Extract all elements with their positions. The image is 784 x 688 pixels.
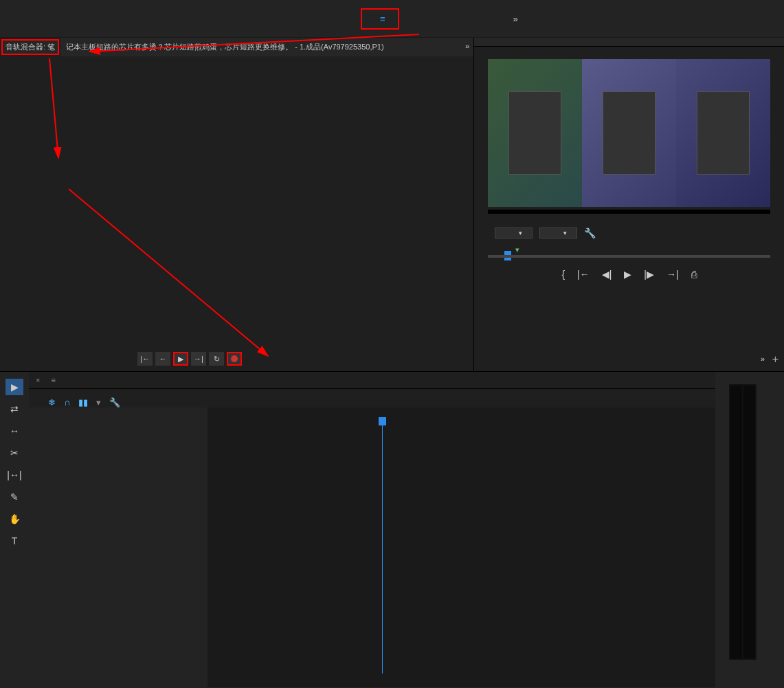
play-button[interactable]: ▶ [173, 352, 188, 366]
selection-tool[interactable]: ▶ [5, 379, 23, 395]
snap-icon[interactable]: ❄ [48, 397, 56, 408]
type-tool[interactable]: T [5, 533, 23, 549]
marker-icon[interactable]: ▾ [515, 245, 519, 254]
program-panel-title [474, 38, 784, 47]
timeline-playhead[interactable] [382, 421, 383, 674]
play-button[interactable]: ▶ [624, 269, 631, 280]
wrench-icon[interactable]: 🔧 [109, 397, 120, 408]
tab-learn[interactable] [161, 16, 172, 21]
tab-overflow-icon[interactable]: » [508, 11, 524, 27]
goto-in-button[interactable]: |← [577, 269, 590, 280]
tab-library[interactable] [468, 16, 479, 21]
step-fwd-button[interactable]: →| [191, 352, 206, 366]
program-scrubber[interactable]: ▾ [488, 245, 770, 259]
program-res-dropdown[interactable]: ▾ [539, 228, 577, 238]
wrench-icon[interactable]: 🔧 [584, 228, 596, 238]
program-video [488, 59, 770, 207]
goto-in-button[interactable]: |← [137, 352, 153, 366]
tab-audio[interactable]: ≡ [361, 8, 399, 30]
settings-icon[interactable]: ▾ [96, 397, 101, 408]
timeline-panel: × ≡ ❄ ∩ ▮▮ ▾ 🔧 [29, 372, 715, 687]
tab-effects[interactable] [321, 16, 332, 21]
goto-out-button[interactable]: →| [667, 269, 679, 280]
loop-button[interactable]: ↻ [209, 352, 224, 366]
slip-tool[interactable]: |↔| [5, 467, 23, 483]
track-content[interactable] [208, 408, 715, 687]
program-monitor-panel: ▾ ▾ 🔧 ▾ { |← ◀| ▶ |▶ →| ⎙ » + [474, 38, 784, 371]
mixer-transport: |← ← ▶ →| ↻ [0, 349, 473, 368]
program-fit-dropdown[interactable]: ▾ [495, 228, 533, 238]
program-caption [488, 210, 770, 214]
overflow-icon[interactable]: » [465, 42, 469, 50]
link-icon[interactable]: ∩ [64, 397, 70, 408]
hand-tool[interactable]: ✋ [5, 511, 23, 527]
close-tab-icon[interactable]: × [36, 376, 40, 384]
razor-tool[interactable]: ✂ [5, 445, 23, 461]
program-transport: { |← ◀| ▶ |▶ →| ⎙ [474, 269, 784, 280]
marker-icon[interactable]: ▮▮ [78, 397, 88, 408]
tab-graphics[interactable] [428, 16, 439, 21]
add-button-icon[interactable]: + [772, 353, 779, 366]
timeline-tools: ▶ ⇄ ↔ ✂ |↔| ✎ ✋ T [0, 372, 29, 687]
overflow-icon[interactable]: » [761, 355, 765, 363]
tab-color[interactable] [281, 16, 292, 21]
audio-track-mixer-panel: 音轨混合器: 笔 记本主板短路的芯片有多烫？芯片短路煎鸡蛋，芯片短路更换维修。 … [0, 38, 474, 371]
workspace-tabs: ≡ » [0, 0, 784, 38]
tab-edit[interactable] [241, 16, 252, 21]
step-fwd-button[interactable]: |▶ [644, 269, 654, 280]
track-select-tool[interactable]: ⇄ [5, 401, 23, 417]
step-back-button[interactable]: ◀| [602, 269, 612, 280]
tab-assembly[interactable] [201, 16, 212, 21]
mixer-panel-title-rest: 记本主板短路的芯片有多烫？芯片短路煎鸡蛋，芯片短路更换维修。 - 1.成品(Av… [60, 38, 473, 56]
ripple-tool[interactable]: ↔ [5, 423, 23, 439]
mixer-panel-title: 音轨混合器: 笔 [1, 39, 59, 55]
step-back-button[interactable]: ← [155, 352, 170, 366]
export-frame-button[interactable]: ⎙ [691, 269, 697, 280]
master-audio-meter [715, 372, 784, 687]
record-button[interactable] [227, 352, 242, 366]
mark-in-button[interactable]: { [561, 269, 565, 280]
track-headers [29, 408, 208, 687]
pen-tool[interactable]: ✎ [5, 489, 23, 505]
